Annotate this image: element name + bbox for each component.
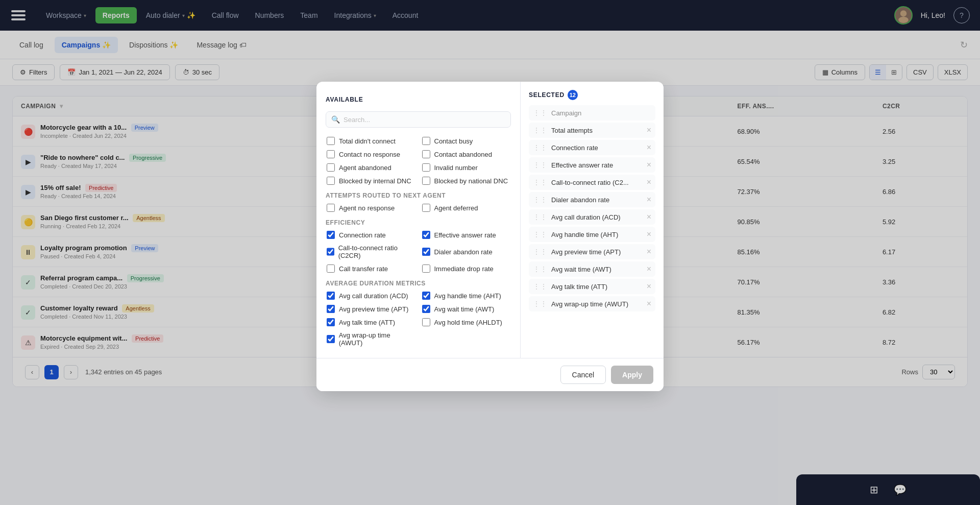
check-invalid-number: Invalid number: [421, 161, 511, 174]
checkbox-ahldt[interactable]: [422, 318, 430, 326]
selected-item-label: Avg wrap-up time (AWUT): [551, 300, 628, 308]
selected-item[interactable]: ⋮⋮Total attempts×: [529, 123, 655, 138]
selected-item-label: Call-to-connect ratio (C2...: [551, 179, 629, 186]
checkbox-blocked-internal[interactable]: [327, 177, 335, 185]
remove-item-button[interactable]: ×: [647, 300, 651, 308]
remove-item-button[interactable]: ×: [647, 282, 651, 291]
remove-item-button[interactable]: ×: [647, 196, 651, 204]
selected-item[interactable]: ⋮⋮Avg preview time (APT)×: [529, 244, 655, 259]
remove-item-button[interactable]: ×: [647, 230, 651, 238]
checkbox-dialer-abandon[interactable]: [422, 248, 430, 256]
checkbox-blocked-national[interactable]: [422, 177, 430, 185]
selected-item[interactable]: ⋮⋮Connection rate×: [529, 140, 655, 155]
checkbox-att[interactable]: [327, 318, 335, 326]
selected-item-label: Avg handle time (AHT): [551, 231, 618, 238]
remove-item-button[interactable]: ×: [647, 161, 651, 169]
modal-footer: Cancel Apply: [316, 358, 664, 391]
drag-handle: ⋮⋮: [533, 109, 547, 117]
uncategorized-checks: Total didn't connect Contact busy Contac…: [326, 135, 511, 187]
checkbox-total-didnt-connect[interactable]: [327, 137, 335, 145]
cancel-button[interactable]: Cancel: [560, 366, 606, 384]
drag-handle[interactable]: ⋮⋮: [533, 178, 547, 186]
check-awt: Avg wait time (AWT): [421, 303, 511, 315]
checkbox-effective-answer-rate[interactable]: [422, 231, 430, 239]
check-acd: Avg call duration (ACD): [326, 290, 416, 302]
section-efficiency: Efficiency: [326, 219, 511, 226]
check-effective-answer-rate: Effective answer rate: [421, 229, 511, 241]
search-bar: 🔍: [326, 111, 511, 128]
selected-item-label: Avg talk time (ATT): [551, 283, 607, 291]
efficiency-checks: Connection rate Effective answer rate Ca…: [326, 229, 511, 275]
section-avg-duration: Average duration metrics: [326, 280, 511, 287]
drag-handle[interactable]: ⋮⋮: [533, 282, 547, 291]
modal-backdrop: AVAILABLE 🔍 Total didn't connect Contact…: [0, 0, 980, 397]
selected-item[interactable]: ⋮⋮Call-to-connect ratio (C2...×: [529, 175, 655, 190]
drag-handle[interactable]: ⋮⋮: [533, 300, 547, 308]
check-connection-rate: Connection rate: [326, 229, 416, 241]
checkbox-contact-busy[interactable]: [422, 137, 430, 145]
checkbox-immediate-drop[interactable]: [422, 264, 430, 273]
check-blocked-internal: Blocked by internal DNC: [326, 175, 416, 187]
remove-item-button[interactable]: ×: [647, 213, 651, 221]
check-c2cr: Call-to-connect ratio (C2CR): [326, 242, 416, 261]
selected-item: ⋮⋮Campaign: [529, 105, 655, 121]
check-awut: Avg wrap-up time (AWUT): [326, 329, 416, 349]
checkbox-call-transfer[interactable]: [327, 264, 335, 273]
drag-handle[interactable]: ⋮⋮: [533, 248, 547, 256]
selected-item-label: Avg preview time (APT): [551, 248, 621, 256]
modal-available-panel: AVAILABLE 🔍 Total didn't connect Contact…: [316, 82, 521, 358]
drag-handle[interactable]: ⋮⋮: [533, 161, 547, 169]
drag-handle[interactable]: ⋮⋮: [533, 230, 547, 238]
selected-item[interactable]: ⋮⋮Avg handle time (AHT)×: [529, 227, 655, 242]
checkbox-agent-no-response[interactable]: [327, 204, 335, 212]
modal-body: AVAILABLE 🔍 Total didn't connect Contact…: [316, 82, 664, 358]
selected-item[interactable]: ⋮⋮Avg talk time (ATT)×: [529, 279, 655, 294]
search-input[interactable]: [344, 116, 505, 124]
selected-list: ⋮⋮Campaign⋮⋮Total attempts×⋮⋮Connection …: [529, 105, 655, 311]
drag-handle[interactable]: ⋮⋮: [533, 213, 547, 221]
checkbox-agent-deferred[interactable]: [422, 204, 430, 212]
checkbox-apt[interactable]: [327, 305, 335, 313]
checkbox-c2cr[interactable]: [327, 248, 334, 256]
check-aht: Avg handle time (AHT): [421, 290, 511, 302]
drag-handle[interactable]: ⋮⋮: [533, 265, 547, 273]
remove-item-button[interactable]: ×: [647, 178, 651, 186]
columns-modal: AVAILABLE 🔍 Total didn't connect Contact…: [316, 82, 664, 391]
section-next-agent: Attempts routed to next agent: [326, 192, 511, 199]
selected-item[interactable]: ⋮⋮Avg call duration (ACD)×: [529, 209, 655, 225]
checkbox-invalid-number[interactable]: [422, 163, 430, 172]
checkbox-awt[interactable]: [422, 305, 430, 313]
checkbox-awut[interactable]: [327, 335, 335, 343]
drag-handle[interactable]: ⋮⋮: [533, 143, 547, 152]
check-dialer-abandon: Dialer abandon rate: [421, 242, 511, 261]
checkbox-acd[interactable]: [327, 292, 335, 300]
remove-item-button[interactable]: ×: [647, 143, 651, 152]
check-agent-abandoned: Agent abandoned: [326, 161, 416, 174]
checkbox-aht[interactable]: [422, 292, 430, 300]
modal-selected-panel: SELECTED 12 ⋮⋮Campaign⋮⋮Total attempts×⋮…: [521, 82, 664, 358]
check-contact-busy: Contact busy: [421, 135, 511, 147]
selected-item-label: Avg call duration (ACD): [551, 213, 621, 221]
selected-item[interactable]: ⋮⋮Dialer abandon rate×: [529, 192, 655, 207]
checkbox-agent-abandoned[interactable]: [327, 163, 335, 172]
selected-item-label: Dialer abandon rate: [551, 196, 609, 204]
selected-item-label: Campaign: [551, 109, 581, 117]
search-icon: 🔍: [331, 115, 340, 124]
remove-item-button[interactable]: ×: [647, 248, 651, 256]
remove-item-button[interactable]: ×: [647, 126, 651, 134]
selected-item[interactable]: ⋮⋮Effective answer rate×: [529, 157, 655, 173]
check-att: Avg talk time (ATT): [326, 316, 416, 328]
check-contact-abandoned: Contact abandoned: [421, 148, 511, 160]
remove-item-button[interactable]: ×: [647, 265, 651, 273]
checkbox-connection-rate[interactable]: [327, 231, 335, 239]
checkbox-contact-no-response[interactable]: [327, 150, 335, 158]
checkbox-contact-abandoned[interactable]: [422, 150, 430, 158]
check-contact-no-response: Contact no response: [326, 148, 416, 160]
apply-button[interactable]: Apply: [611, 366, 653, 384]
selected-item-label: Connection rate: [551, 144, 598, 152]
selected-item-label: Avg wait time (AWT): [551, 266, 611, 273]
drag-handle[interactable]: ⋮⋮: [533, 196, 547, 204]
selected-item[interactable]: ⋮⋮Avg wrap-up time (AWUT)×: [529, 296, 655, 311]
selected-item[interactable]: ⋮⋮Avg wait time (AWT)×: [529, 261, 655, 277]
drag-handle[interactable]: ⋮⋮: [533, 126, 547, 134]
